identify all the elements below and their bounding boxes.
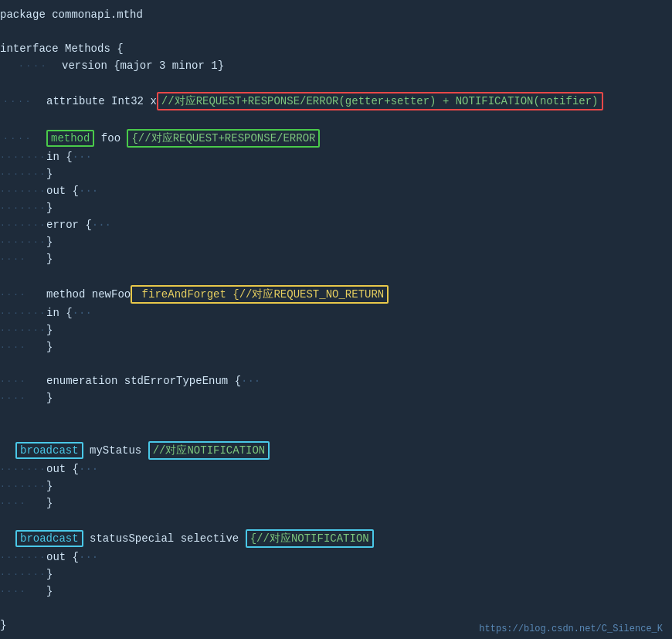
statusspecial-out-close: ········ } [0,566,672,583]
broadcast-statusspecial-close: ···· } [0,583,672,600]
method-foo-close: ···· } [0,250,672,267]
out-line: ········ out {··· [0,182,672,199]
broadcast-keyword-1: broadcast [15,442,83,459]
blank-line-2 [0,74,672,91]
mystatus-close-brace: } [46,497,53,509]
broadcast-mystatus-name: myStatus [83,444,148,457]
footer-url-text: https://blog.csdn.net/C_Silence_K [479,624,663,634]
newfoo-close-brace: } [46,341,53,353]
broadcast-statusspecial-line: broadcast statusSpecial selective {//对应N… [0,529,672,549]
blank-line-1 [0,23,672,40]
broadcast-mystatus-close: ···· } [0,495,672,512]
method-foo-highlight: {//对应REQUEST+RESPONSE/ERROR [127,129,320,148]
broadcast-keyword-2: broadcast [15,530,83,547]
in-line: ········ in {··· [0,148,672,165]
blank-line-7 [0,423,672,440]
newfoo-in-close-brace: } [46,324,53,336]
code-viewer: package commonapi.mthd interface Methods… [0,0,672,639]
out-text: out { [46,185,79,197]
enumeration-close: ···· } [0,389,672,406]
statusspecial-out-close-brace: } [46,568,53,580]
package-text: package commonapi.mthd [0,8,143,21]
in-text: in { [46,151,73,163]
interface-keyword: interface [0,42,65,55]
in-close-brace: } [46,168,53,180]
enumeration-close-brace: } [46,392,53,404]
version-line: ···· version {major 3 minor 1} [0,57,672,74]
broadcast-statusspecial-name: statusSpecial selective [83,532,246,545]
statusspecial-out-line: ········ out {··· [0,549,672,566]
blank-line-6 [0,406,672,423]
newfoo-in-line: ········ in {··· [0,304,672,321]
newfoo-in-close: ········ } [0,321,672,338]
top-close-brace-text: } [0,619,6,631]
newfoo-in-text: in { [46,307,73,319]
method-foo-line: ···· method foo {//对应REQUEST+RESPONSE/ER… [0,128,672,148]
blank-line-5 [0,355,672,372]
blank-line-3 [0,111,672,128]
attribute-text: attribute Int32 x [46,95,157,107]
broadcast-mystatus-highlight: //对应NOTIFICATION [148,441,270,460]
out-close-brace: } [46,202,53,214]
error-close-brace: } [46,236,53,248]
method-keyword-green: method [46,130,94,147]
error-line: ········ error {··· [0,216,672,233]
error-text: error { [46,219,92,231]
broadcast-mystatus-line: broadcast myStatus //对应NOTIFICATION [0,440,672,461]
version-text: version {major 3 minor 1} [62,59,224,72]
blank-line-8 [0,512,672,529]
mystatus-out-line: ········ out {··· [0,461,672,478]
method-newfoo-text: method newFoo [46,288,131,301]
method-newfoo-highlight: fireAndForget {//对应REQUEST_NO_RETURN [131,285,389,304]
method-close-brace: } [46,253,53,265]
broadcast-statusspecial-highlight: {//对应NOTIFICATION [246,529,374,548]
out-close: ········ } [0,199,672,216]
footer-url: https://blog.csdn.net/C_Silence_K [479,624,663,634]
method-newfoo-close: ···· } [0,338,672,355]
blank-line-4 [0,267,672,284]
blank-line-9 [0,600,672,617]
method-newfoo-line: ···· method newFoo fireAndForget {//对应RE… [0,284,672,304]
mystatus-out-close-brace: } [46,480,53,492]
mystatus-out-close: ········ } [0,478,672,495]
in-close: ········ } [0,165,672,182]
interface-open: interface Methods { [0,40,672,57]
package-line: package commonapi.mthd [0,6,672,23]
enumeration-text: enumeration stdErrorTypeEnum { [46,375,241,387]
mystatus-out-text: out { [46,463,79,475]
statusspecial-close-brace: } [46,585,53,597]
interface-name: Methods { [65,42,124,55]
attribute-highlight: //对应REQUEST+RESPONSE/ERROR(getter+setter… [157,92,603,110]
attribute-line: ···· attribute Int32 x//对应REQUEST+RESPON… [0,91,672,111]
statusspecial-out-text: out { [46,551,79,563]
error-close: ········ } [0,233,672,250]
method-foo-name: foo [94,132,127,144]
enumeration-line: ···· enumeration stdErrorTypeEnum {··· [0,372,672,389]
